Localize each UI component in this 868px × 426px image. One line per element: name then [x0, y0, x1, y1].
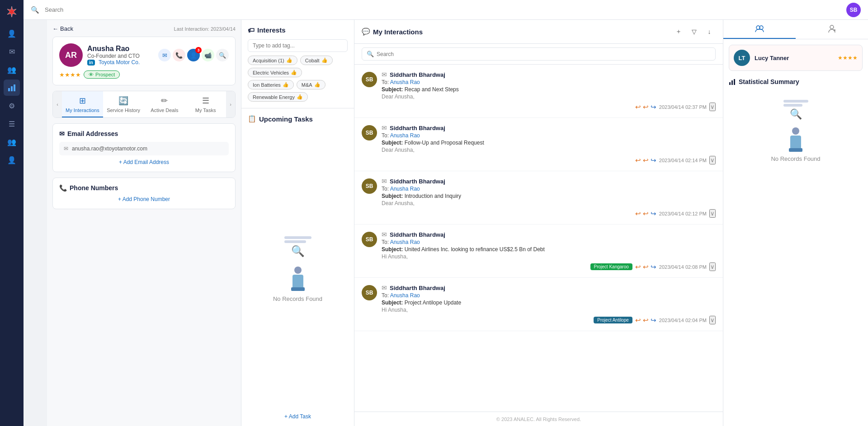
nav-team[interactable]: 👥: [4, 134, 20, 150]
rp-tab-contacts[interactable]: [723, 20, 796, 39]
add-phone-link[interactable]: + Add Phone Number: [59, 196, 229, 202]
interactions-search-bar: 🔍: [354, 44, 723, 65]
search-icon: 🔍: [31, 6, 39, 14]
to-contact-link[interactable]: Anusha Rao: [390, 186, 420, 192]
back-bar: ← Back Last Interaction: 2023/04/14: [52, 25, 236, 32]
contact-company[interactable]: Toyota Motor Co.: [99, 59, 140, 66]
to-contact-link[interactable]: Anusha Rao: [390, 239, 420, 245]
timestamp: 2023/04/14 02:08 PM: [659, 264, 707, 270]
contact-action-button[interactable]: 👤 3: [187, 49, 200, 61]
search-action-button[interactable]: 🔍: [216, 49, 229, 61]
tab-active-deals[interactable]: ✏ Active Deals: [144, 91, 185, 117]
nav-user[interactable]: 👤: [4, 152, 20, 168]
to-contact-link[interactable]: Anusha Rao: [390, 79, 420, 85]
no-records-illustration: 🔍: [284, 236, 311, 257]
tag-thumb-icon[interactable]: 👍: [283, 82, 289, 88]
sender-name: Siddharth Bhardwaj: [390, 125, 445, 131]
subject-line: Subject: Recap and Next Steps: [382, 86, 716, 93]
interaction-reply-actions: ↩ ↩ ↪: [635, 210, 656, 218]
linkedin-badge[interactable]: in: [87, 60, 95, 66]
nav-analytics[interactable]: [4, 80, 20, 96]
nav-mail[interactable]: ✉: [4, 43, 20, 60]
tab-my-interactions[interactable]: ⊞ My Interactions: [62, 91, 103, 117]
rp-tab-people[interactable]: [796, 20, 868, 39]
email-icon: ✉: [64, 145, 68, 152]
nav-home[interactable]: 👤: [4, 25, 20, 42]
tab-prev-button[interactable]: ‹: [53, 91, 62, 117]
email-section-icon: ✉: [59, 130, 65, 137]
back-button[interactable]: ← Back: [52, 25, 73, 32]
left-panel: ← Back Last Interaction: 2023/04/14 AR A…: [47, 20, 241, 426]
reply-button[interactable]: ↩: [635, 156, 641, 164]
project-tag: Project Antilope: [594, 317, 632, 323]
interests-icon: 🏷: [248, 26, 255, 34]
timestamp: 2023/04/14 02:04 PM: [659, 318, 707, 323]
stat-no-records-text: No Records Found: [771, 155, 820, 162]
interests-section: 🏷 Interests Acquisition (1) 👍 Cobalt 👍 E…: [241, 20, 354, 108]
expand-button[interactable]: ∨: [709, 209, 716, 218]
tab-next-button[interactable]: ›: [226, 91, 235, 117]
reply-button[interactable]: ↩: [635, 103, 641, 111]
tab-my-tasks[interactable]: ☰ My Tasks: [185, 91, 226, 117]
reply-all-button[interactable]: ↩: [643, 263, 649, 271]
sender-avatar: SB: [362, 232, 377, 247]
sender-avatar: SB: [362, 125, 377, 140]
interaction-content: ✉ Siddharth Bhardwaj To: Anusha Rao Subj…: [382, 231, 716, 271]
phone-action-button[interactable]: 📞: [173, 49, 185, 61]
reply-button[interactable]: ↩: [635, 210, 641, 218]
interactions-list: SB ✉ Siddharth Bhardwaj To: Anusha Rao S…: [354, 65, 723, 412]
svg-rect-1: [11, 86, 13, 91]
interests-title: 🏷 Interests: [248, 26, 348, 34]
reply-button[interactable]: ↩: [635, 316, 641, 324]
tag-thumb-icon[interactable]: 👍: [286, 57, 292, 63]
expand-button[interactable]: ∨: [709, 103, 716, 111]
reply-all-button[interactable]: ↩: [643, 210, 649, 218]
tab-service-history[interactable]: 🔄 Service History: [103, 91, 144, 117]
reply-all-button[interactable]: ↩: [643, 156, 649, 164]
sort-interaction-button[interactable]: ↓: [703, 25, 716, 38]
add-task-link[interactable]: + Add Task: [248, 410, 348, 420]
expand-button[interactable]: ∨: [709, 262, 716, 271]
reply-button[interactable]: ↩: [635, 263, 641, 271]
to-contact-link[interactable]: Anusha Rao: [390, 292, 420, 299]
user-avatar[interactable]: SB: [846, 3, 861, 17]
interactions-search-input[interactable]: [377, 51, 711, 57]
forward-button[interactable]: ↪: [651, 210, 656, 218]
forward-button[interactable]: ↪: [651, 103, 656, 111]
video-action-button[interactable]: 📹: [202, 49, 214, 61]
add-email-link[interactable]: + Add Email Address: [59, 159, 229, 165]
search-input[interactable]: [45, 6, 841, 13]
nav-lists[interactable]: ☰: [4, 116, 20, 132]
logo-icon[interactable]: [4, 4, 20, 20]
to-contact-link[interactable]: Anusha Rao: [390, 132, 420, 139]
expand-button[interactable]: ∨: [709, 316, 716, 324]
tag-thumb-icon[interactable]: 👍: [321, 57, 328, 63]
filter-interaction-button[interactable]: ▽: [688, 25, 700, 38]
expand-button[interactable]: ∨: [709, 156, 716, 164]
forward-button[interactable]: ↪: [651, 263, 656, 271]
interaction-item: SB ✉ Siddharth Bhardwaj To: Anusha Rao S…: [354, 225, 723, 278]
mail-icon: ✉: [382, 284, 387, 291]
nav-settings[interactable]: ⚙: [4, 98, 20, 114]
email-action-button[interactable]: ✉: [158, 49, 171, 61]
forward-button[interactable]: ↪: [651, 156, 656, 164]
rec-name[interactable]: Lucy Tanner: [755, 55, 833, 61]
interaction-content: ✉ Siddharth Bhardwaj To: Anusha Rao Subj…: [382, 71, 716, 111]
tag-thumb-icon[interactable]: 👍: [291, 70, 297, 75]
email-item: ✉ anusha.rao@xtoyotamotor.com: [59, 142, 229, 155]
back-arrow-icon: ←: [52, 25, 58, 32]
add-interaction-button[interactable]: ＋: [672, 25, 685, 38]
interactions-panel-icon: 💬: [362, 28, 370, 36]
contact-card: AR Anusha Rao Co-Founder and CTO in Toyo…: [52, 37, 236, 85]
tag-input[interactable]: [248, 39, 348, 52]
footer-text: © 2023 ANALEC. All Rights Reserved.: [496, 417, 581, 422]
avatar: AR: [59, 43, 83, 67]
nav-contacts[interactable]: 👥: [4, 61, 20, 78]
reply-all-button[interactable]: ↩: [643, 103, 649, 111]
tag-thumb-icon[interactable]: 👍: [297, 94, 303, 100]
reply-all-button[interactable]: ↩: [643, 316, 649, 324]
to-line: To: Anusha Rao: [382, 186, 716, 192]
forward-button[interactable]: ↪: [651, 316, 656, 324]
subject-line: Subject: Project Antilope Update: [382, 300, 716, 306]
tag-thumb-icon[interactable]: 👍: [314, 82, 321, 88]
